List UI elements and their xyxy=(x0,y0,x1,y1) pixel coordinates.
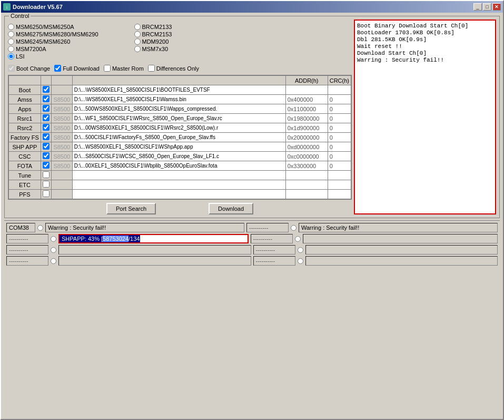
row-chip-5: S8500 xyxy=(51,133,72,142)
row-check-4 xyxy=(41,123,51,133)
dashes-field-1: ---------- xyxy=(246,223,289,232)
row-checkbox-7[interactable] xyxy=(43,152,50,159)
radio-msm7200a-input[interactable] xyxy=(8,46,14,52)
radio-msm6250-input[interactable] xyxy=(8,24,14,30)
row-3: ---------- ---------- xyxy=(6,245,498,255)
log-line: Boot Binary Download Start Ch[0] xyxy=(357,23,493,29)
window-body: Control MSM6250/MSM6250A xyxy=(1,13,503,272)
checkbox-full-download-input[interactable] xyxy=(54,65,61,72)
port-search-button[interactable]: Port Search xyxy=(106,203,156,214)
row-label-5: Factory FS xyxy=(9,133,41,142)
row-checkbox-6[interactable] xyxy=(43,143,50,150)
flash-table: ADDR(h) CRC(h) BootD:\...\WS8500XELF1_S8… xyxy=(8,75,351,199)
progress-container: SHPAPP: 43% [58753024/134529024] xyxy=(58,234,249,243)
row-label-8: FOTA xyxy=(9,161,41,171)
row-checkbox-10[interactable] xyxy=(43,181,50,188)
table-row: FOTAS8500D:\...00XELF1_S8500CISLF1\Wbpli… xyxy=(9,161,351,171)
row-check-7 xyxy=(41,152,51,161)
radio-brcm2133-label: BRCM2133 xyxy=(142,24,172,30)
row-path-11 xyxy=(72,190,285,199)
table-row: Tune xyxy=(9,171,351,180)
row-check-3 xyxy=(41,114,51,123)
row-chip-7: S8500 xyxy=(51,152,72,161)
download-button[interactable]: Download xyxy=(209,203,253,214)
left-panel: MSM6250/MSM6250A MSM6275/MSM6280/MSM6290… xyxy=(8,19,352,214)
row-crc-1: 0 xyxy=(328,95,351,104)
row-crc-11 xyxy=(328,190,351,199)
checkbox-differences-only-input[interactable] xyxy=(148,65,155,72)
row-check-8 xyxy=(41,161,51,171)
row-addr-6: 0xd0000000 xyxy=(285,142,328,152)
row-4: ---------- ---------- xyxy=(6,256,498,266)
row-addr-9 xyxy=(285,171,328,180)
table-row: AmssS8500D:\...\WS8500XELF1_S8500CISLF1\… xyxy=(9,95,351,104)
row-check-10 xyxy=(41,180,51,190)
maximize-button[interactable]: □ xyxy=(483,3,491,11)
radio-brcm2153-input[interactable] xyxy=(134,31,141,37)
row-crc-6: 0 xyxy=(328,142,351,152)
row-addr-11 xyxy=(285,190,328,199)
row-path-8: D:\...00XELF1_S8500CISLF1\Wbplib_S8500Op… xyxy=(72,161,285,171)
row-path-5: D:\...500CISLF1\WFactoryFs_S8500_Open_Eu… xyxy=(72,133,285,142)
row-crc-4: 0 xyxy=(328,123,351,133)
radio-lsi-input[interactable] xyxy=(8,53,14,60)
row-label-7: CSC xyxy=(9,152,41,161)
row-checkbox-8[interactable] xyxy=(43,162,50,169)
row3-radio-1[interactable] xyxy=(51,247,56,253)
checkbox-boot-change-input[interactable] xyxy=(8,65,15,72)
empty-3-right xyxy=(305,245,498,255)
empty-progress-right xyxy=(303,234,498,243)
radio-brcm2153: BRCM2153 xyxy=(134,31,172,37)
radio-col-1: MSM6250/MSM6250A MSM6275/MSM6280/MSM6290… xyxy=(8,24,98,60)
row-chip-4: S8500 xyxy=(51,123,72,133)
table-row: Rsrc2S8500D:\...00WS8500XELF1_S8500CISLF… xyxy=(9,123,351,133)
progress-radio-2[interactable] xyxy=(295,236,301,242)
main-window: ↓ Downloader V5.67 _ □ ✕ Control xyxy=(0,0,504,420)
radio-lsi: LSI xyxy=(8,53,98,60)
row-path-9 xyxy=(72,171,285,180)
row-path-7: D:\...S8500CISLF1\WCSC_S8500_Open_Europe… xyxy=(72,152,285,161)
row4-radio-2[interactable] xyxy=(298,258,303,264)
radio-mdm9200-input[interactable] xyxy=(134,38,141,45)
row-checkbox-11[interactable] xyxy=(43,190,50,197)
row-checkbox-5[interactable] xyxy=(43,133,50,140)
log-line: Warring : Security fail!! xyxy=(357,57,493,63)
close-button[interactable]: ✕ xyxy=(492,3,501,11)
row-checkbox-0[interactable] xyxy=(43,86,50,93)
progress-radio[interactable] xyxy=(51,236,56,242)
checkbox-boot-change: Boot Change xyxy=(8,65,50,72)
table-row: SHP APPS8500D:\...WS8500XELF1_S8500CISLF… xyxy=(9,142,351,152)
row-checkbox-9[interactable] xyxy=(43,171,50,178)
row-checkbox-3[interactable] xyxy=(43,114,50,121)
row-chip-11 xyxy=(51,190,72,199)
status-radio-2[interactable] xyxy=(291,225,297,231)
row-label-4: Rsrc2 xyxy=(9,123,41,133)
row-path-1: D:\...\WS8500XELF1_S8500CISLF1\Wamss.bin xyxy=(72,95,285,104)
row-checkbox-2[interactable] xyxy=(43,105,50,112)
radio-msm6275-input[interactable] xyxy=(8,31,14,37)
row-checkbox-4[interactable] xyxy=(43,124,50,131)
row4-radio-1[interactable] xyxy=(51,258,56,264)
row-path-2: D:\...500WS8500XELF1_S8500CISLF1\Wapps_c… xyxy=(72,104,285,114)
row-checkbox-1[interactable] xyxy=(43,95,50,102)
minimize-button[interactable]: _ xyxy=(473,3,482,11)
status-radio-1[interactable] xyxy=(37,225,43,231)
radio-msm6245-input[interactable] xyxy=(8,38,14,45)
radio-msm7x30-label: MSM7x30 xyxy=(142,46,169,52)
log-panel: Boot Binary Download Start Ch[0]BootLoad… xyxy=(354,19,496,214)
radio-msm7x30-input[interactable] xyxy=(134,46,141,52)
empty-4-right xyxy=(305,256,498,266)
row3-radio-2[interactable] xyxy=(298,247,303,253)
row-crc-7: 0 xyxy=(328,152,351,161)
radio-col-2: BRCM2133 BRCM2153 MDM9200 xyxy=(134,24,172,60)
radio-msm7200a-label: MSM7200A xyxy=(16,46,46,52)
row-label-9: Tune xyxy=(9,171,41,180)
checkbox-master-rom-input[interactable] xyxy=(104,65,111,72)
radio-msm6275: MSM6275/MSM6280/MSM6290 xyxy=(8,31,98,37)
radio-msm6250: MSM6250/MSM6250A xyxy=(8,24,98,30)
row-label-0: Boot xyxy=(9,85,41,95)
radio-brcm2133-input[interactable] xyxy=(134,24,141,30)
radio-group: MSM6250/MSM6250A MSM6275/MSM6280/MSM6290… xyxy=(8,24,352,60)
radio-msm6275-label: MSM6275/MSM6280/MSM6290 xyxy=(16,31,98,37)
warning-field-1: Warring : Security fail!! xyxy=(45,223,244,232)
